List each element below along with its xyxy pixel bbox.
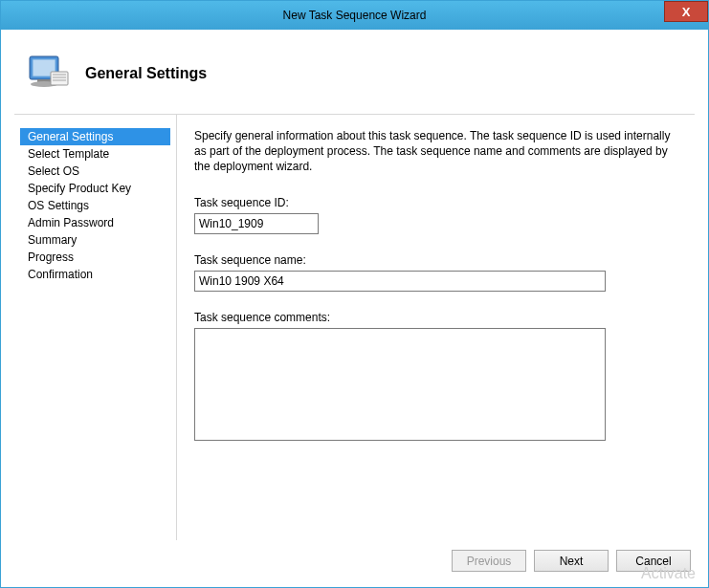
sidebar-item-progress[interactable]: Progress: [20, 249, 170, 266]
field-task-sequence-comments: Task sequence comments:: [194, 311, 681, 444]
main-panel: Specify general information about this t…: [177, 115, 695, 540]
sidebar-item-select-os[interactable]: Select OS: [20, 163, 170, 180]
svg-rect-7: [53, 79, 66, 81]
close-button[interactable]: X: [664, 1, 708, 22]
field-task-sequence-name: Task sequence name:: [194, 253, 681, 292]
task-sequence-id-input[interactable]: [194, 213, 319, 234]
cancel-button[interactable]: Cancel: [616, 550, 691, 572]
content-area: General Settings Select Template Select …: [14, 114, 695, 540]
window-body: General Settings General Settings Select…: [1, 30, 708, 587]
titlebar: New Task Sequence Wizard X: [1, 1, 708, 30]
previous-button: Previous: [452, 550, 526, 572]
computer-icon: [24, 51, 70, 97]
field-task-sequence-id: Task sequence ID:: [194, 196, 681, 234]
task-sequence-comments-input[interactable]: [194, 328, 606, 441]
wizard-window: New Task Sequence Wizard X General Sett: [0, 0, 709, 588]
sidebar: General Settings Select Template Select …: [14, 115, 177, 540]
task-sequence-name-label: Task sequence name:: [194, 253, 681, 267]
next-button[interactable]: Next: [534, 550, 609, 572]
sidebar-item-confirmation[interactable]: Confirmation: [20, 266, 170, 283]
wizard-header: General Settings: [14, 41, 695, 114]
task-sequence-id-label: Task sequence ID:: [194, 196, 681, 209]
sidebar-item-os-settings[interactable]: OS Settings: [20, 197, 170, 214]
svg-rect-5: [53, 74, 66, 76]
page-title: General Settings: [85, 65, 207, 82]
task-sequence-name-input[interactable]: [194, 271, 606, 292]
svg-rect-6: [53, 76, 66, 78]
sidebar-item-admin-password[interactable]: Admin Password: [20, 214, 170, 231]
description-text: Specify general information about this t…: [194, 128, 681, 175]
close-icon: X: [682, 5, 691, 19]
button-row: Previous Next Cancel: [14, 540, 695, 574]
window-title: New Task Sequence Wizard: [283, 9, 427, 22]
sidebar-item-summary[interactable]: Summary: [20, 231, 170, 249]
sidebar-item-select-template[interactable]: Select Template: [20, 145, 170, 163]
sidebar-item-general-settings[interactable]: General Settings: [20, 128, 170, 145]
task-sequence-comments-label: Task sequence comments:: [194, 311, 681, 324]
sidebar-item-specify-product-key[interactable]: Specify Product Key: [20, 180, 170, 197]
